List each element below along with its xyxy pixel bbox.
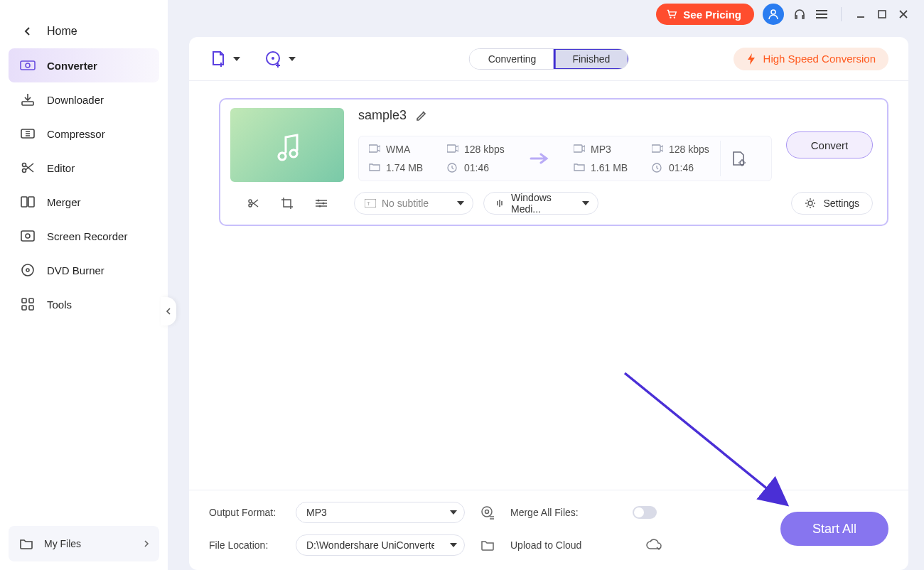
chevron-down-icon (450, 510, 457, 515)
svg-point-30 (249, 204, 252, 207)
scissors-icon (20, 160, 36, 176)
nav-screen-recorder[interactable]: Screen Recorder (9, 219, 159, 253)
high-speed-button[interactable]: High Speed Conversion (734, 48, 888, 70)
bottom-bar: Output Format: MP3 Merge All Files: Star… (189, 490, 908, 570)
clock-icon (652, 163, 663, 173)
headset-icon (793, 7, 807, 21)
add-file-button[interactable] (209, 50, 240, 68)
file-location-select[interactable]: D:\Wondershare UniConverter 1 (296, 534, 465, 556)
tab-finished[interactable]: Finished (553, 48, 628, 70)
svg-rect-8 (21, 231, 34, 241)
subtitle-icon: T (365, 199, 376, 208)
pricing-button[interactable]: See Pricing (656, 4, 754, 25)
upload-cloud-button[interactable] (633, 539, 675, 552)
svg-rect-12 (22, 299, 26, 303)
gear-icon (805, 198, 816, 209)
svg-rect-0 (21, 61, 35, 70)
svg-point-17 (674, 17, 675, 18)
add-disc-icon (264, 50, 283, 68)
output-settings-button[interactable] (473, 505, 502, 520)
video-icon (574, 144, 585, 154)
svg-point-37 (482, 507, 492, 517)
trim-button[interactable] (247, 197, 259, 210)
nav-tools[interactable]: Tools (9, 287, 159, 321)
nav-editor[interactable]: Editor (9, 151, 159, 185)
svg-point-1 (26, 63, 30, 68)
convert-button[interactable]: Convert (786, 131, 873, 158)
nav-downloader[interactable]: Downloader (9, 82, 159, 117)
cloud-icon (645, 539, 662, 552)
nav-home[interactable]: Home (9, 14, 159, 48)
support-button[interactable] (793, 7, 807, 21)
minimize-icon (856, 9, 866, 19)
file-card: sample3 WMA 1.74 MB 128 kbps (219, 98, 888, 226)
download-icon (20, 92, 36, 107)
svg-rect-7 (28, 197, 34, 207)
hamburger-icon (815, 9, 828, 19)
close-button[interactable] (897, 8, 910, 21)
nav-converter[interactable]: Converter (9, 48, 159, 82)
crop-button[interactable] (281, 197, 294, 210)
open-folder-button[interactable] (473, 539, 502, 552)
merger-icon (20, 194, 36, 210)
audio-icon (494, 198, 505, 208)
svg-point-32 (323, 203, 325, 205)
svg-rect-25 (574, 145, 582, 152)
chevron-down-icon (289, 57, 296, 61)
sliders-icon (315, 198, 328, 208)
high-speed-label: High Speed Conversion (763, 53, 876, 65)
output-format-select[interactable]: MP3 (296, 502, 465, 523)
item-settings-button[interactable]: Settings (791, 192, 873, 215)
file-location-value: D:\Wondershare UniConverter 1 (306, 539, 434, 551)
pricing-label: See Pricing (683, 9, 741, 21)
svg-point-11 (26, 269, 29, 271)
menu-button[interactable] (815, 9, 828, 19)
disc-icon (20, 262, 36, 278)
file-specs: WMA 1.74 MB 128 kbps 01:46 (358, 136, 772, 181)
src-bitrate: 128 kbps (464, 144, 505, 155)
src-format: WMA (386, 144, 410, 155)
svg-point-29 (249, 200, 252, 203)
svg-point-36 (808, 201, 812, 205)
edit-name-button[interactable] (415, 109, 428, 122)
settings-label: Settings (823, 198, 859, 209)
nav-compressor[interactable]: Compressor (9, 117, 159, 151)
nav-item-label: Tools (47, 299, 72, 311)
my-files-button[interactable]: My Files (9, 526, 159, 561)
effects-button[interactable] (315, 198, 328, 208)
nav-dvd-burner[interactable]: DVD Burner (9, 253, 159, 287)
dst-size: 1.61 MB (591, 162, 628, 173)
output-format-label: Output Format: (209, 507, 287, 518)
svg-point-38 (485, 510, 489, 514)
nav-item-label: Merger (47, 196, 81, 208)
merge-toggle[interactable] (633, 506, 657, 519)
src-duration: 01:46 (464, 162, 489, 173)
svg-rect-13 (29, 299, 33, 303)
start-all-button[interactable]: Start All (780, 512, 888, 546)
arrow-right-icon (515, 152, 564, 165)
audio-value: Windows Medi... (511, 192, 574, 215)
svg-point-33 (319, 205, 321, 208)
format-settings-button[interactable] (720, 141, 756, 176)
add-file-icon (209, 50, 227, 68)
clock-icon (447, 163, 458, 173)
nav-item-label: Editor (47, 162, 75, 174)
sidebar-collapse-handle[interactable] (161, 297, 176, 326)
chevron-left-icon (20, 23, 36, 39)
nav-merger[interactable]: Merger (9, 185, 159, 219)
subtitle-select[interactable]: T No subtitle (354, 192, 473, 215)
grid-icon (20, 296, 36, 312)
account-button[interactable] (763, 4, 784, 25)
minimize-button[interactable] (854, 8, 867, 21)
chevron-down-icon (450, 543, 457, 547)
compressor-icon (20, 126, 36, 141)
svg-rect-15 (29, 306, 33, 310)
svg-rect-6 (21, 197, 27, 207)
file-thumbnail[interactable] (230, 108, 344, 182)
titlebar: See Pricing (168, 0, 924, 28)
maximize-button[interactable] (876, 8, 888, 21)
add-dvd-button[interactable] (264, 50, 296, 68)
tab-converting[interactable]: Converting (470, 49, 555, 69)
audio-track-select[interactable]: Windows Medi... (483, 192, 598, 215)
lightning-icon (746, 53, 756, 65)
